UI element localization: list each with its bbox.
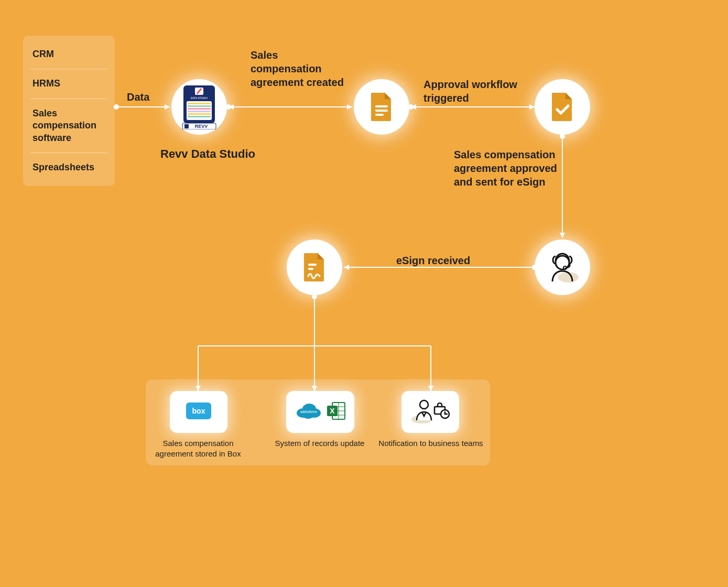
arrow-label-esign-received: eSign received (396, 254, 470, 267)
svg-marker-2 (165, 104, 170, 110)
node-revv-data-studio: DATA STUDIO REVV (171, 79, 227, 135)
source-item: CRM (23, 40, 115, 69)
node-label-revv: Revv Data Studio (160, 147, 255, 162)
excel-logo-icon: X (326, 400, 347, 423)
svg-marker-5 (347, 104, 352, 110)
svg-rect-43 (308, 264, 317, 266)
arrow-label-approved-sent: Sales compensation agreement approved an… (454, 148, 559, 189)
data-sources-panel: CRM HRMS Sales compensation software Spr… (23, 36, 115, 186)
arrow-label-created: Sales compensation agreement created (251, 48, 350, 89)
svg-rect-39 (375, 114, 384, 116)
outputs-panel: box Sales compensation agreement stored … (146, 379, 490, 465)
document-signature-icon (287, 240, 342, 295)
svg-text:salesforce: salesforce (300, 410, 317, 414)
svg-marker-6 (229, 104, 234, 110)
svg-rect-44 (308, 268, 313, 270)
svg-text:DATA STUDIO: DATA STUDIO (191, 96, 208, 100)
output-card-box: box (170, 391, 227, 433)
svg-marker-16 (344, 265, 349, 270)
node-approval (535, 79, 590, 135)
source-item: HRMS (23, 69, 115, 98)
svg-rect-30 (188, 108, 211, 110)
document-icon (354, 79, 409, 135)
svg-rect-38 (375, 110, 388, 112)
box-logo-icon: box (184, 400, 213, 423)
svg-text:X: X (330, 407, 335, 415)
output-card-records: salesforce X (286, 391, 354, 433)
source-item: Spreadsheets (23, 153, 115, 182)
svg-text:box: box (192, 407, 205, 415)
svg-rect-37 (375, 105, 388, 107)
svg-rect-31 (188, 111, 211, 112)
output-card-notify (401, 391, 459, 433)
node-person (535, 240, 590, 295)
revv-data-studio-icon: DATA STUDIO REVV (171, 79, 227, 135)
svg-rect-35 (184, 124, 189, 128)
svg-marker-13 (560, 233, 565, 238)
node-document-created (354, 79, 409, 135)
output-label: Sales compensation agreement stored in B… (146, 438, 251, 460)
svg-rect-29 (188, 105, 211, 107)
document-check-icon (535, 79, 590, 135)
support-agent-icon (535, 240, 590, 295)
svg-point-60 (420, 400, 428, 409)
node-esigned-document (287, 240, 342, 295)
business-team-icon (409, 396, 451, 428)
svg-rect-28 (188, 103, 211, 104)
output-label: Notification to business teams (378, 438, 483, 449)
output-label: System of records update (267, 438, 372, 449)
svg-marker-10 (411, 104, 416, 110)
salesforce-logo-icon: salesforce (294, 400, 323, 423)
svg-marker-9 (529, 104, 535, 110)
svg-rect-33 (188, 116, 211, 117)
svg-text:REVV: REVV (195, 124, 208, 129)
svg-rect-32 (188, 113, 211, 115)
arrow-label-data: Data (127, 90, 149, 104)
source-item: Sales compensation software (23, 99, 115, 153)
arrow-label-approval: Approval workflow triggered (423, 78, 534, 105)
